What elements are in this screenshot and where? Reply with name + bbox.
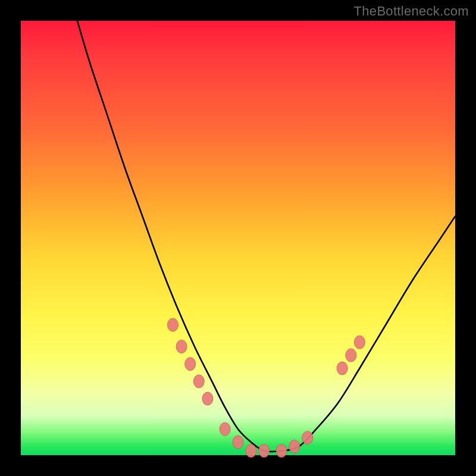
curve-layer	[77, 21, 455, 452]
data-marker	[289, 440, 300, 453]
data-marker	[337, 362, 347, 375]
data-marker	[276, 444, 287, 458]
data-marker	[246, 444, 256, 458]
data-marker	[302, 431, 313, 444]
plot-area	[21, 21, 455, 455]
data-marker	[185, 358, 196, 371]
data-marker	[259, 444, 270, 458]
data-marker	[346, 349, 356, 362]
data-marker	[233, 436, 243, 449]
data-marker	[202, 392, 213, 405]
watermark-text: TheBottleneck.com	[354, 4, 469, 19]
marker-layer	[168, 318, 365, 458]
data-marker	[176, 340, 187, 353]
data-marker	[193, 375, 204, 388]
chart-svg	[21, 21, 455, 455]
data-marker	[168, 318, 178, 331]
bottleneck-curve	[77, 21, 455, 452]
data-marker	[354, 336, 365, 349]
data-marker	[220, 422, 230, 436]
chart-stage: TheBottleneck.com	[0, 0, 476, 476]
